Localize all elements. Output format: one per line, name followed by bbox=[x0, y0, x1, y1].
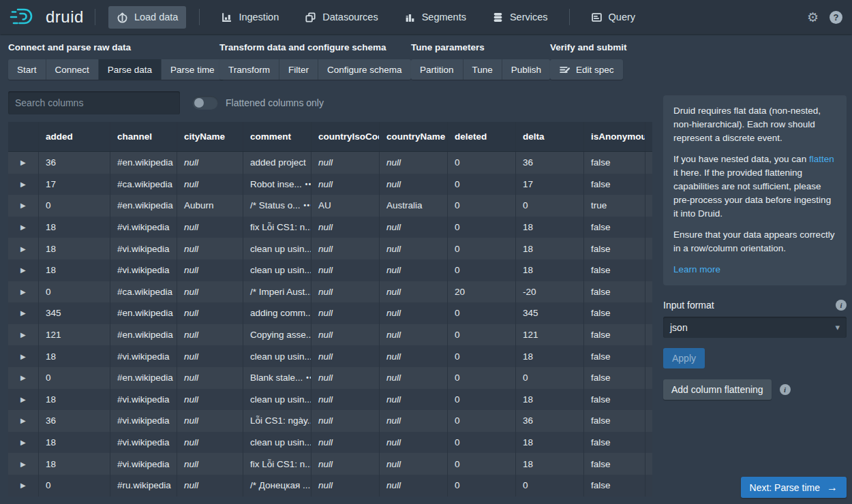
expand-row-icon[interactable]: ▶ bbox=[15, 288, 26, 296]
nav-item-segments[interactable]: Segments bbox=[396, 6, 474, 29]
flatten-link[interactable]: flatten bbox=[809, 154, 834, 164]
step-start[interactable]: Start bbox=[8, 59, 46, 80]
expand-row-icon[interactable]: ▶ bbox=[15, 482, 26, 489]
expand-row-icon[interactable]: ▶ bbox=[15, 180, 26, 188]
cell-added: 18 bbox=[39, 432, 110, 454]
expand-row-icon[interactable]: ▶ bbox=[15, 331, 26, 338]
flattened-columns-toggle[interactable] bbox=[192, 96, 218, 110]
cell-i: t bbox=[645, 367, 652, 389]
truncated-more-icon[interactable]: ••• bbox=[306, 374, 311, 381]
cell-deleted: 0 bbox=[448, 475, 516, 497]
cell-added: 18 bbox=[39, 345, 110, 367]
step-partition[interactable]: Partition bbox=[411, 59, 463, 80]
expand-row-icon[interactable]: ▶ bbox=[15, 266, 26, 274]
expand-row-icon[interactable]: ▶ bbox=[15, 396, 26, 403]
cell-cityname: null bbox=[177, 367, 243, 389]
info-icon[interactable]: i bbox=[836, 300, 847, 311]
cell-isanonymous: false bbox=[584, 217, 645, 238]
nav-item-load-data[interactable]: Load data bbox=[108, 6, 187, 29]
help-icon[interactable]: ? bbox=[830, 11, 842, 24]
input-format-label: Input format bbox=[663, 300, 714, 311]
step-parse-data[interactable]: Parse data bbox=[99, 59, 162, 80]
step-edit-spec[interactable]: Edit spec bbox=[550, 59, 623, 80]
step-publish[interactable]: Publish bbox=[502, 59, 550, 80]
cell-comment: Blank stale...••• bbox=[243, 367, 311, 389]
expand-row-icon[interactable]: ▶ bbox=[15, 374, 26, 381]
callout-paragraph: If you have nested data, you can flatten… bbox=[673, 153, 836, 221]
input-format-select[interactable]: json ▾ bbox=[663, 317, 847, 338]
cell-i: f bbox=[645, 152, 652, 174]
cell-comment: clean up usin... bbox=[243, 259, 311, 281]
expand-row-icon[interactable]: ▶ bbox=[15, 353, 26, 360]
cell-comment: clean up usin... bbox=[243, 345, 311, 367]
step-parse-time[interactable]: Parse time bbox=[162, 59, 224, 80]
nav-item-label: Ingestion bbox=[239, 12, 279, 22]
brand[interactable]: druid bbox=[10, 6, 84, 28]
step-group-title: Tune parameters bbox=[411, 42, 550, 52]
edit-spec-icon bbox=[559, 64, 570, 76]
toggle-knob bbox=[194, 98, 204, 108]
cell-deleted: 0 bbox=[448, 345, 516, 367]
step-transform[interactable]: Transform bbox=[219, 59, 279, 80]
learn-more-link[interactable]: Learn more bbox=[673, 264, 720, 274]
cell-comment: Robot inse...••• bbox=[243, 174, 311, 195]
nav-item-ingestion[interactable]: Ingestion bbox=[213, 6, 287, 29]
row-expander-cell: ▶ bbox=[8, 152, 39, 174]
step-button-group: StartConnectParse dataParse time bbox=[8, 59, 224, 80]
druid-console: druid Load dataIngestionDatasourcesSegme… bbox=[0, 0, 852, 504]
cell-delta: 0 bbox=[516, 367, 584, 389]
nav-item-datasources[interactable]: Datasources bbox=[296, 6, 386, 29]
cell-isanonymous: false bbox=[584, 432, 645, 454]
nav-item-query[interactable]: Query bbox=[583, 6, 644, 29]
nav-item-services[interactable]: Services bbox=[484, 6, 556, 29]
truncated-more-icon[interactable]: ••• bbox=[305, 180, 311, 188]
apply-button[interactable]: Apply bbox=[663, 348, 705, 368]
cell-comment: Lỗi CS1: ngày... bbox=[243, 410, 311, 432]
truncated-more-icon[interactable]: ••• bbox=[304, 202, 311, 209]
expand-row-icon[interactable]: ▶ bbox=[15, 245, 26, 253]
cell-delta: 0 bbox=[516, 195, 584, 217]
cell-cityname: null bbox=[177, 475, 243, 497]
row-expander-cell: ▶ bbox=[8, 281, 39, 303]
step-filter[interactable]: Filter bbox=[279, 59, 318, 80]
expand-row-icon[interactable]: ▶ bbox=[15, 223, 26, 231]
step-group-title: Transform data and configure schema bbox=[219, 42, 411, 52]
column-header-delta: delta bbox=[516, 122, 584, 151]
cell-cityname: null bbox=[177, 324, 243, 346]
callout-paragraph: Ensure that your data appears correctly … bbox=[673, 228, 836, 255]
step-configure-schema[interactable]: Configure schema bbox=[318, 59, 411, 80]
cell-countryisocode: null bbox=[311, 432, 380, 454]
expand-row-icon[interactable]: ▶ bbox=[15, 202, 26, 209]
cell-countryisocode: null bbox=[311, 410, 380, 432]
cell-deleted: 0 bbox=[448, 432, 516, 454]
expand-row-icon[interactable]: ▶ bbox=[15, 159, 26, 166]
cell-added: 36 bbox=[39, 410, 110, 432]
cell-isanonymous: false bbox=[584, 174, 645, 195]
table-row: ▶36#en.wikipedianulladded projectnullnul… bbox=[8, 152, 652, 174]
gear-icon[interactable]: ⚙ bbox=[807, 11, 819, 24]
step-connect[interactable]: Connect bbox=[46, 59, 99, 80]
cell-isanonymous: false bbox=[584, 453, 645, 475]
add-column-flattening-button[interactable]: Add column flattening bbox=[663, 379, 772, 400]
expand-row-icon[interactable]: ▶ bbox=[15, 417, 26, 424]
step-label: Start bbox=[17, 65, 37, 75]
expand-row-icon[interactable]: ▶ bbox=[15, 309, 26, 317]
cell-countryname: null bbox=[380, 410, 448, 432]
cell-isanonymous: false bbox=[584, 302, 645, 324]
cell-countryname: null bbox=[380, 324, 448, 346]
column-header-comment: comment bbox=[243, 122, 311, 151]
column-header-expander bbox=[8, 122, 39, 151]
expand-row-icon[interactable]: ▶ bbox=[15, 439, 26, 446]
next-parse-time-button[interactable]: Next: Parse time → bbox=[741, 477, 847, 498]
step-group-tune-parameters: Tune parametersPartitionTunePublish bbox=[411, 42, 550, 80]
input-format-row: Input format i bbox=[663, 300, 847, 311]
cell-cityname: null bbox=[177, 432, 243, 454]
cell-i: f bbox=[645, 475, 652, 497]
search-input[interactable] bbox=[8, 91, 180, 114]
step-tune[interactable]: Tune bbox=[463, 59, 502, 80]
cell-isanonymous: false bbox=[584, 324, 645, 346]
cell-countryisocode: null bbox=[311, 345, 380, 367]
cell-added: 18 bbox=[39, 259, 110, 281]
expand-row-icon[interactable]: ▶ bbox=[15, 460, 26, 468]
info-icon[interactable]: i bbox=[780, 384, 791, 395]
